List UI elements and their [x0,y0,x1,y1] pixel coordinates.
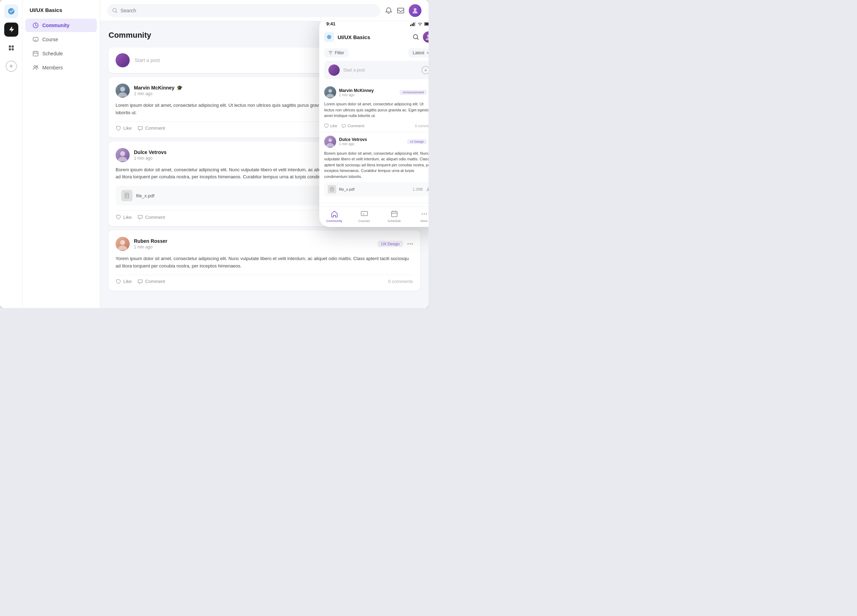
sidebar-item-schedule[interactable]: Schedule [25,47,97,60]
svg-point-23 [328,89,332,93]
svg-rect-26 [361,211,368,216]
svg-point-21 [413,34,418,39]
mobile-nav-label: Community [326,219,342,223]
like-button[interactable]: Like [116,214,132,220]
like-button[interactable]: Like [116,279,132,285]
mobile-post-body: Lorem ipsum dolor sit amet, consectetur … [324,101,428,119]
attachment-icon [121,190,133,201]
mobile-nav-label: More [421,219,428,223]
mobile-compose-placeholder: Start a post [343,68,418,73]
mobile-post-time: 1 min ago [339,93,397,97]
sidebar-item-course[interactable]: Course [25,33,97,46]
page-title: Community [108,31,151,40]
mobile-more-icon [420,210,428,218]
message-icon[interactable] [397,7,405,14]
svg-rect-3 [12,48,14,50]
wifi-icon [418,22,422,26]
svg-rect-15 [410,25,411,26]
topbar-icons [385,4,421,17]
compose-avatar [116,53,130,67]
mobile-home-icon [330,210,339,218]
mobile-filter-button[interactable]: Filter [324,48,348,57]
svg-rect-16 [412,23,413,26]
main-area: Community Latest Filter [100,0,428,308]
app-logo[interactable] [4,4,18,18]
svg-rect-27 [391,211,397,217]
svg-point-10 [414,8,416,11]
sidebar-icon-dots[interactable] [4,41,18,55]
post-author-avatar [116,84,130,98]
mobile-post-header: Dulce Vetrovs 1 min ago UI Design [324,136,428,148]
sidebar-item-community[interactable]: Community [25,19,97,32]
post-author-name: Ruben Rosser [134,238,373,244]
post-card: Ruben Rosser 1 min ago UX Design Yorem i… [108,231,420,291]
add-workspace-button[interactable]: + [6,60,17,72]
chevron-down-icon [426,51,428,55]
mobile-compose-avatar [328,65,340,76]
search-bar[interactable] [107,4,381,17]
comment-button[interactable]: Comment [138,279,165,285]
mobile-compose-add[interactable]: + [421,66,428,74]
mobile-post-badge: UI Design [407,139,427,144]
mobile-post-avatar [324,136,336,148]
mobile-post: Marvin McKinney 1 min ago Announcement L… [319,83,428,132]
notification-icon[interactable] [385,7,393,14]
svg-point-30 [426,214,427,215]
mobile-attachment-size: 1.2MB [413,187,423,191]
mobile-nav-community[interactable]: Community [319,210,349,223]
mobile-nav-courses[interactable]: Courses [349,210,379,223]
mobile-nav-more[interactable]: More [409,210,428,223]
mobile-overlay: 9:41 [319,21,428,227]
mobile-download-icon[interactable] [426,187,428,192]
post-author-avatar [116,148,130,162]
like-button[interactable]: Like [116,125,132,131]
mobile-post-author: Dulce Vetrovs [339,137,404,142]
svg-rect-9 [398,8,404,13]
content-area: Community Latest Filter [100,21,428,308]
svg-rect-5 [33,51,38,56]
mobile-search-icon[interactable] [412,34,419,40]
search-input[interactable] [121,8,376,13]
user-avatar[interactable] [409,4,421,17]
svg-point-28 [421,214,422,215]
mobile-user-avatar[interactable] [423,31,428,43]
svg-rect-4 [33,37,38,41]
icon-bar: + [0,0,23,308]
mobile-post-header: Marvin McKinney 1 min ago Announcement [324,86,428,98]
mobile-nav-label: Courses [358,219,370,223]
comment-button[interactable]: Comment [138,125,165,131]
post-author-avatar [116,237,130,251]
sidebar-item-members[interactable]: Members [25,61,97,74]
post-more-button[interactable] [407,243,413,245]
post-actions: Like Comment 0 comments [116,275,413,285]
sidebar-icon-bolt[interactable] [4,23,18,37]
comment-button[interactable]: Comment [138,214,165,220]
svg-rect-0 [9,45,11,48]
comments-count: 0 comments [388,279,413,284]
signal-icon [410,22,416,26]
mobile-header-title: UI/UX Basics [337,34,409,40]
post-header: Ruben Rosser 1 min ago UX Design [116,237,413,251]
mobile-latest-dropdown[interactable]: Latest [408,48,428,57]
mobile-comments-count: 0 comments [415,124,428,128]
mobile-post-actions: Like Comment 0 comments [324,122,428,128]
mobile-comment-button[interactable]: Comment [342,124,364,128]
mobile-app-logo [324,32,334,42]
svg-point-24 [328,138,332,142]
mobile-like-button[interactable]: Like [324,124,337,128]
svg-point-11 [120,87,125,91]
mobile-posts-area: Marvin McKinney 1 min ago Announcement L… [319,83,428,206]
mobile-bottom-nav: Community Courses [319,206,428,227]
mobile-compose[interactable]: Start a post + [324,61,428,79]
svg-point-6 [34,65,36,68]
mobile-filter-row: Filter Latest [319,46,428,61]
mobile-post-badge: Announcement [400,90,427,95]
mobile-nav-schedule[interactable]: Schedule [379,210,409,223]
post-time: 1 min ago [134,245,373,249]
mobile-attachment-icon [328,185,336,193]
search-icon [112,8,118,13]
svg-point-29 [424,214,425,215]
mobile-post-body: Borem ipsum dolor sit amet, consectetur … [324,150,428,180]
post-meta: Ruben Rosser 1 min ago [134,238,373,249]
svg-point-14 [120,240,125,245]
